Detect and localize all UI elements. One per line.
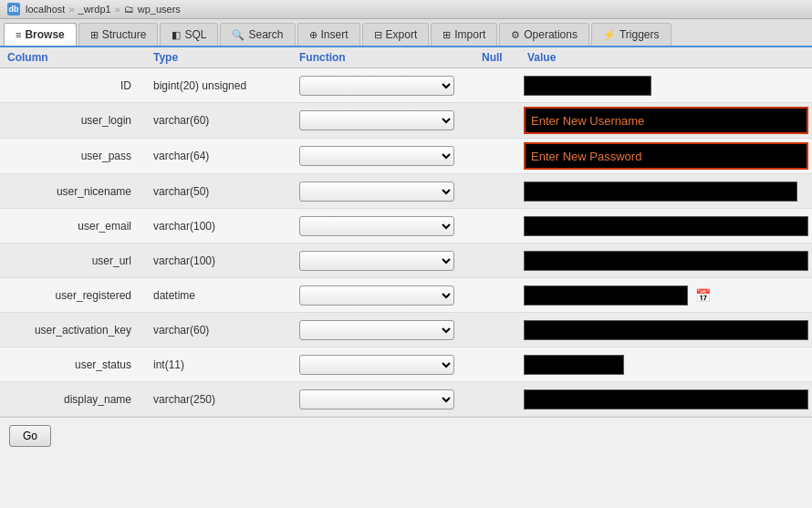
col-display-name: display_name xyxy=(0,389,146,410)
value-input-user-nicename[interactable] xyxy=(524,181,797,202)
function-user-registered[interactable] xyxy=(292,282,474,309)
function-user-url[interactable] xyxy=(292,247,474,275)
tab-search[interactable]: 🔍 Search xyxy=(220,23,295,46)
value-user-login[interactable]: Enter New Username xyxy=(520,103,812,138)
footer: Go xyxy=(0,417,812,454)
table-row: user_email varchar(100) xyxy=(0,209,812,244)
value-input-user-status[interactable] xyxy=(524,355,624,375)
value-user-url[interactable] xyxy=(520,247,812,275)
tab-triggers-label: Triggers xyxy=(619,28,660,41)
table-row: user_nicename varchar(50) xyxy=(0,174,812,209)
table-row: ID bigint(20) unsigned xyxy=(0,68,812,103)
header-null: Null xyxy=(482,51,527,64)
value-input-user-login[interactable]: Enter New Username xyxy=(524,107,808,134)
function-select-id[interactable] xyxy=(299,76,454,96)
insert-icon: ⊕ xyxy=(309,29,318,41)
value-display-name[interactable] xyxy=(520,386,812,413)
tab-insert[interactable]: ⊕ Insert xyxy=(297,23,360,46)
breadcrumb-host: localhost xyxy=(26,4,65,15)
function-select-user-login[interactable] xyxy=(299,110,454,130)
function-select-user-pass[interactable] xyxy=(299,146,454,166)
table-row: user_activation_key varchar(60) xyxy=(0,313,812,347)
export-icon: ⊟ xyxy=(374,29,382,41)
tab-export[interactable]: ⊟ Export xyxy=(362,23,430,46)
tab-structure[interactable]: ⊞ Structure xyxy=(78,23,159,46)
tab-sql[interactable]: ◧ SQL xyxy=(160,23,218,46)
value-input-user-url[interactable] xyxy=(524,251,808,271)
title-bar: db localhost » _wrdp1 » 🗂 wp_users xyxy=(0,0,812,19)
function-select-user-status[interactable] xyxy=(299,355,454,375)
value-input-id[interactable] xyxy=(524,76,651,96)
col-user-nicename: user_nicename xyxy=(0,181,146,202)
breadcrumb-sep1: » xyxy=(68,4,74,15)
function-select-user-nicename[interactable] xyxy=(299,181,454,202)
function-select-user-url[interactable] xyxy=(299,251,454,271)
tab-operations[interactable]: ⚙ Operations xyxy=(499,23,589,46)
datetime-cell: 📅 xyxy=(524,285,808,306)
function-select-user-registered[interactable] xyxy=(299,285,454,306)
tab-sql-label: SQL xyxy=(184,28,206,41)
function-user-login[interactable] xyxy=(292,107,474,134)
tab-browse[interactable]: ≡ Browse xyxy=(4,23,77,46)
header-function: Function xyxy=(299,51,482,64)
breadcrumb-table: 🗂 xyxy=(124,4,134,15)
function-id[interactable] xyxy=(292,72,474,99)
header-value: Value xyxy=(527,51,805,64)
breadcrumb: localhost » _wrdp1 » 🗂 wp_users xyxy=(26,4,181,15)
value-user-email[interactable] xyxy=(520,213,812,240)
table-row: user_registered datetime 📅 xyxy=(0,278,812,313)
value-user-nicename[interactable] xyxy=(520,178,812,205)
type-user-registered: datetime xyxy=(146,285,292,306)
value-user-activation-key[interactable] xyxy=(520,316,812,344)
tab-structure-label: Structure xyxy=(102,28,147,41)
value-input-user-pass[interactable]: Enter New Password xyxy=(524,142,808,170)
value-input-display-name[interactable] xyxy=(524,389,808,410)
null-user-login xyxy=(474,117,520,124)
header-type: Type xyxy=(153,51,299,64)
type-id: bigint(20) unsigned xyxy=(146,76,292,96)
triggers-icon: ⚡ xyxy=(603,29,616,41)
table-row: user_login varchar(60) Enter New Usernam… xyxy=(0,103,812,139)
column-headers: Column Type Function Null Value xyxy=(0,47,812,68)
function-user-email[interactable] xyxy=(292,213,474,240)
type-user-login: varchar(60) xyxy=(146,110,292,130)
tab-bar: ≡ Browse ⊞ Structure ◧ SQL 🔍 Search ⊕ In… xyxy=(0,19,812,47)
function-user-status[interactable] xyxy=(292,351,474,378)
col-id: ID xyxy=(0,76,146,96)
structure-icon: ⊞ xyxy=(90,29,99,41)
calendar-icon[interactable]: 📅 xyxy=(695,288,711,303)
null-user-url xyxy=(474,257,520,264)
col-user-activation-key: user_activation_key xyxy=(0,320,146,340)
value-input-user-registered[interactable] xyxy=(524,285,688,306)
breadcrumb-sep2: » xyxy=(115,4,120,15)
function-select-user-email[interactable] xyxy=(299,216,454,236)
value-user-status[interactable] xyxy=(520,351,812,378)
table-row: user_status int(11) xyxy=(0,347,812,382)
value-user-pass[interactable]: Enter New Password xyxy=(520,139,812,173)
col-user-login: user_login xyxy=(0,110,146,130)
type-user-activation-key: varchar(60) xyxy=(146,320,292,340)
tab-triggers[interactable]: ⚡ Triggers xyxy=(591,23,671,46)
function-user-activation-key[interactable] xyxy=(292,316,474,344)
data-table: ID bigint(20) unsigned user_login varcha… xyxy=(0,68,812,417)
function-select-display-name[interactable] xyxy=(299,389,454,410)
type-user-nicename: varchar(50) xyxy=(146,181,292,202)
tab-import[interactable]: ⊞ Import xyxy=(431,23,497,46)
value-input-user-email[interactable] xyxy=(524,216,808,236)
function-select-user-activation-key[interactable] xyxy=(299,320,454,340)
tab-insert-label: Insert xyxy=(321,28,349,41)
go-button[interactable]: Go xyxy=(9,425,51,447)
content-area: Column Type Function Null Value ID bigin… xyxy=(0,47,812,417)
type-user-status: int(11) xyxy=(146,355,292,375)
col-user-registered: user_registered xyxy=(0,285,146,306)
table-row: display_name varchar(250) xyxy=(0,382,812,417)
value-id[interactable] xyxy=(520,72,812,99)
function-display-name[interactable] xyxy=(292,386,474,413)
browse-icon: ≡ xyxy=(16,29,21,40)
value-input-user-activation-key[interactable] xyxy=(524,320,808,340)
function-user-nicename[interactable] xyxy=(292,178,474,205)
value-user-registered[interactable]: 📅 xyxy=(520,282,812,309)
function-user-pass[interactable] xyxy=(292,142,474,170)
col-user-email: user_email xyxy=(0,216,146,236)
type-user-url: varchar(100) xyxy=(146,251,292,271)
